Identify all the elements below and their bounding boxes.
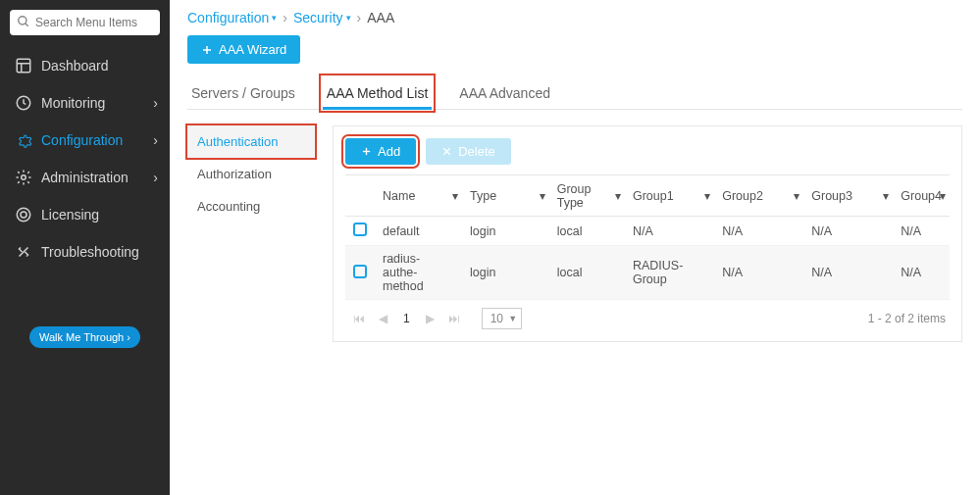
button-label: AAA Wizard: [219, 42, 286, 57]
page-number: 1: [397, 312, 416, 325]
sidebar-item-label: Administration: [41, 170, 129, 185]
filter-icon[interactable]: ▾: [452, 189, 458, 203]
method-list-table: Name▾ Type▾ Group Type▾ Group1▾ Group2▾ …: [345, 174, 950, 300]
cell-name: radius-authe-method: [375, 246, 462, 300]
col-group-type: Group Type: [557, 182, 592, 210]
col-group2: Group2: [722, 189, 763, 203]
breadcrumb-label: Configuration: [187, 10, 269, 25]
svg-rect-2: [17, 59, 30, 73]
filter-icon[interactable]: ▾: [794, 189, 799, 203]
table-row[interactable]: default login local N/A N/A N/A N/A: [345, 217, 950, 246]
col-group4: Group4: [901, 189, 942, 203]
page-last-button: ⏭: [444, 310, 464, 327]
panel: Add Delete Name▾ Type▾: [333, 125, 962, 342]
sidebar-item-label: Configuration: [41, 132, 123, 148]
breadcrumb-sep: ›: [357, 10, 362, 25]
tab-aaa-advanced[interactable]: AAA Advanced: [455, 77, 554, 109]
row-checkbox[interactable]: [353, 223, 367, 236]
tabs: Servers / Groups AAA Method List AAA Adv…: [187, 77, 962, 110]
filter-icon[interactable]: ▾: [540, 189, 545, 203]
chevron-right-icon: ›: [153, 170, 158, 185]
cell-type: login: [462, 246, 549, 300]
breadcrumb: Configuration ▾ › Security ▾ › AAA: [187, 10, 962, 25]
cell-name: default: [375, 217, 462, 246]
pager-status: 1 - 2 of 2 items: [868, 312, 946, 325]
row-checkbox[interactable]: [353, 265, 367, 278]
svg-point-8: [21, 212, 26, 218]
col-type: Type: [470, 189, 496, 203]
svg-line-1: [26, 24, 28, 26]
table-row[interactable]: radius-authe-method login local RADIUS-G…: [345, 246, 950, 300]
page-size-value: 10: [490, 312, 503, 325]
filter-icon[interactable]: ▾: [940, 189, 946, 203]
col-name: Name: [383, 189, 415, 203]
sidebar-item-configuration[interactable]: Configuration ›: [0, 122, 170, 159]
filter-icon[interactable]: ▾: [883, 189, 889, 203]
cell-g3: N/A: [803, 246, 893, 300]
sidebar-item-label: Monitoring: [41, 95, 105, 111]
sidebar-item-licensing[interactable]: Licensing: [0, 196, 170, 233]
sidebar: Dashboard Monitoring › Configuration › A…: [0, 0, 170, 495]
page-next-button: ▶: [422, 310, 438, 327]
sidebar-item-administration[interactable]: Administration ›: [0, 159, 170, 196]
caret-down-icon: ▾: [272, 13, 277, 23]
breadcrumb-sep: ›: [283, 10, 287, 25]
page-first-button: ⏮: [349, 310, 369, 327]
search-icon: [17, 15, 30, 28]
button-label: Delete: [458, 144, 495, 159]
cell-gtype: local: [549, 246, 625, 300]
aaa-wizard-button[interactable]: AAA Wizard: [187, 35, 300, 64]
tab-aaa-method-list[interactable]: AAA Method List: [323, 77, 433, 109]
tab-servers-groups[interactable]: Servers / Groups: [187, 77, 299, 109]
cell-g1: RADIUS-Group: [625, 246, 714, 300]
cell-gtype: local: [549, 217, 625, 246]
dashboard-icon: [12, 57, 35, 74]
cell-g4: N/A: [893, 217, 950, 246]
subtab-accounting[interactable]: Accounting: [187, 190, 315, 223]
caret-down-icon: ▾: [346, 13, 351, 23]
troubleshooting-icon: [12, 243, 35, 261]
cell-g2: N/A: [714, 217, 803, 246]
col-group1: Group1: [633, 189, 674, 203]
cell-g1: N/A: [625, 217, 714, 246]
sidebar-item-monitoring[interactable]: Monitoring ›: [0, 84, 170, 122]
sidebar-item-label: Troubleshooting: [41, 244, 139, 260]
chevron-right-icon: ›: [153, 132, 158, 148]
subtab-authentication[interactable]: Authentication: [187, 125, 315, 158]
cell-g4: N/A: [893, 246, 950, 300]
walk-me-through-button[interactable]: Walk Me Through ›: [29, 326, 140, 348]
sidebar-item-label: Dashboard: [41, 58, 109, 74]
svg-point-7: [17, 208, 30, 222]
sidebar-item-label: Licensing: [41, 207, 99, 223]
subtab-authorization[interactable]: Authorization: [187, 158, 315, 190]
breadcrumb-label: Security: [293, 10, 343, 25]
breadcrumb-current: AAA: [367, 10, 394, 25]
filter-icon[interactable]: ▾: [704, 189, 710, 203]
svg-point-6: [22, 175, 26, 180]
add-button[interactable]: Add: [345, 138, 416, 165]
chevron-right-icon: ›: [153, 95, 158, 111]
button-label: Add: [378, 144, 400, 159]
cell-g2: N/A: [714, 246, 803, 300]
pager: ⏮ ◀ 1 ▶ ⏭ 10 ▼ 1 - 2 of 2 items: [345, 300, 950, 329]
sidebar-item-dashboard[interactable]: Dashboard: [0, 47, 170, 84]
breadcrumb-configuration[interactable]: Configuration ▾: [187, 10, 277, 25]
configuration-icon: [12, 131, 35, 149]
x-icon: [441, 146, 452, 157]
plus-icon: [361, 146, 372, 157]
filter-icon[interactable]: ▾: [615, 189, 621, 203]
search-input[interactable]: [10, 10, 160, 35]
administration-icon: [12, 169, 35, 186]
main-content: Configuration ▾ › Security ▾ › AAA AAA W…: [170, 0, 980, 495]
col-group3: Group3: [811, 189, 852, 203]
breadcrumb-security[interactable]: Security ▾: [293, 10, 351, 25]
licensing-icon: [12, 206, 35, 223]
sidebar-item-troubleshooting[interactable]: Troubleshooting: [0, 233, 170, 271]
cell-g3: N/A: [803, 217, 893, 246]
monitoring-icon: [12, 94, 35, 112]
page-size-select[interactable]: 10 ▼: [482, 308, 522, 329]
cell-type: login: [462, 217, 549, 246]
delete-button: Delete: [426, 138, 511, 165]
plus-icon: [201, 44, 213, 56]
subtabs: Authentication Authorization Accounting: [187, 125, 315, 342]
